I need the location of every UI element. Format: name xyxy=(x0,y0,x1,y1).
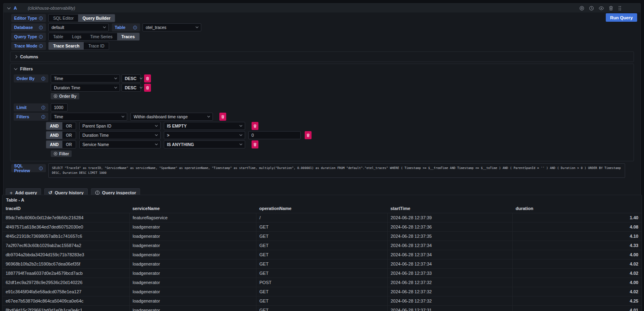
operation-name-cell: GET xyxy=(256,268,387,278)
trash-icon xyxy=(253,124,257,128)
order-by-row: Order By Time DESC xyxy=(14,74,630,82)
delete-query-trash-icon[interactable] xyxy=(609,6,613,11)
table-panel: Table - A traceID serviceName operationN… xyxy=(2,195,642,311)
trace-id-link[interactable]: 62df1ec9a29728c9e29536c20d140226 xyxy=(2,278,129,287)
remove-filter-button[interactable] xyxy=(252,122,258,130)
remove-filter-button[interactable] xyxy=(219,113,226,121)
disable-query-icon[interactable] xyxy=(579,6,584,11)
info-icon[interactable] xyxy=(133,25,137,30)
query-type-option-logs[interactable]: Logs xyxy=(68,33,86,40)
trace-id-link[interactable]: 1887794f7eaa6037d0e2a4579bcd7acb xyxy=(2,268,129,278)
info-icon[interactable] xyxy=(41,105,45,110)
editor-type-option-sql-editor[interactable]: SQL Editor xyxy=(49,14,78,22)
trace-mode-option-trace-search[interactable]: Trace Search xyxy=(49,42,84,49)
query-type-option-traces[interactable]: Traces xyxy=(117,33,139,40)
add-order-by-button[interactable]: Order By xyxy=(51,93,79,99)
or-option[interactable]: OR xyxy=(62,132,76,139)
remove-order-by-button[interactable] xyxy=(144,74,151,82)
trace-id-link[interactable]: 4f45c21918c73698057a8b1c741657c6 xyxy=(2,231,129,241)
chevron-down-icon xyxy=(196,25,198,28)
table-select[interactable]: otel_traces xyxy=(142,23,201,31)
filters-section-header[interactable]: Filters xyxy=(10,64,634,74)
info-icon[interactable] xyxy=(39,25,43,30)
trace-id-link[interactable]: e91c3645f04fa5e58adcd0758e1ea127 xyxy=(2,287,129,296)
trash-icon xyxy=(253,142,257,147)
query-type-option-time-series[interactable]: Time Series xyxy=(86,33,117,40)
trash-icon xyxy=(146,86,149,90)
filter-operator-select[interactable]: IS ANYTHING xyxy=(164,140,245,148)
order-by-field-select[interactable]: Duration Time xyxy=(51,84,120,92)
duration-cell: 4.00 xyxy=(512,250,642,259)
column-header-traceid[interactable]: traceID xyxy=(2,204,129,213)
info-icon[interactable] xyxy=(39,44,43,48)
info-icon[interactable] xyxy=(41,76,45,81)
panel-title[interactable]: Table - A xyxy=(2,195,642,204)
column-header-servicename[interactable]: serviceName xyxy=(129,204,256,213)
and-option[interactable]: AND xyxy=(46,132,62,139)
query-type-row: Query Type Table Logs Time Series Traces xyxy=(11,33,637,41)
trace-id-link[interactable]: 4f497571a618e364ed7ded60752030e0 xyxy=(2,222,129,231)
filter-field-select[interactable]: Time xyxy=(51,113,127,121)
editor-type-option-query-builder[interactable]: Query Builder xyxy=(78,14,115,22)
duration-cell: 4.02 xyxy=(512,268,642,278)
remove-filter-button[interactable] xyxy=(305,131,312,139)
remove-filter-button[interactable] xyxy=(252,140,258,148)
table-header-row: traceID serviceName operationName startT… xyxy=(2,204,642,213)
and-option[interactable]: AND xyxy=(46,122,62,130)
column-header-starttime[interactable]: startTime xyxy=(387,204,512,213)
columns-section-header[interactable]: Columns xyxy=(10,52,634,62)
filter-operator-select[interactable]: IS EMPTY xyxy=(164,122,245,130)
start-time-cell: 2024-06-28 12:37:34 xyxy=(387,259,512,268)
filter-value-input[interactable]: 0 xyxy=(248,131,301,139)
query-type-toggle: Table Logs Time Series Traces xyxy=(48,33,140,41)
info-icon[interactable] xyxy=(39,16,43,21)
add-filter-button[interactable]: Filter xyxy=(51,150,72,157)
service-name-cell: loadgenerator xyxy=(129,250,256,259)
run-query-button[interactable]: Run Query xyxy=(606,13,637,22)
trace-id-link[interactable]: 89dc7e8c6060c0d12de7e9b50c216284 xyxy=(2,213,129,222)
filter-field-select[interactable]: Duration Time xyxy=(79,131,161,139)
trace-id-link[interactable]: 7a2f07ecf63c60b1029ab2ac155874a2 xyxy=(2,241,129,250)
info-icon[interactable] xyxy=(41,115,45,119)
order-by-field-select[interactable]: Time xyxy=(51,74,120,82)
trace-mode-option-trace-id[interactable]: Trace ID xyxy=(84,42,109,49)
filter-field-select[interactable]: Parent Span ID xyxy=(79,122,161,130)
trace-id-link[interactable]: e67ee7b53870d4c864ca50409ca0e64c xyxy=(2,296,129,305)
trace-id-link[interactable]: 96968b10fa2b2c1590bc67dea06ef35f xyxy=(2,259,129,268)
filter-operator-select[interactable]: > xyxy=(164,131,245,139)
limit-input[interactable]: 1000 xyxy=(51,103,68,111)
column-header-operationname[interactable]: operationName xyxy=(256,204,387,213)
service-name-cell: loadgenerator xyxy=(129,231,256,241)
editor-type-toggle: SQL Editor Query Builder xyxy=(48,14,115,22)
filter-operator-select[interactable]: Within dashboard time range xyxy=(130,113,213,121)
trace-id-link[interactable]: 8bd04d15c7f29661bd0d1e0b1ca0e4c1 xyxy=(2,305,129,311)
query-type-option-table[interactable]: Table xyxy=(49,33,68,40)
and-option[interactable]: AND xyxy=(46,141,62,148)
or-option[interactable]: OR xyxy=(62,122,76,130)
remove-order-by-button[interactable] xyxy=(144,84,151,92)
query-history-icon[interactable] xyxy=(589,6,594,11)
database-select[interactable]: default xyxy=(48,23,109,31)
service-name-cell: loadgenerator xyxy=(129,259,256,268)
chevron-down-icon xyxy=(239,124,242,127)
info-icon[interactable] xyxy=(39,35,43,39)
order-by-direction-select[interactable]: DESC xyxy=(122,74,141,82)
hide-query-eye-icon[interactable] xyxy=(599,6,604,11)
order-by-label: Order By xyxy=(14,74,48,82)
order-by-direction-select[interactable]: DESC xyxy=(122,84,141,92)
or-option[interactable]: OR xyxy=(62,141,76,148)
trace-id-link[interactable]: db9704a2bbda34204d159c71b78283e3 xyxy=(2,250,129,259)
filter-time-row: Filters Time Within dashboard time range xyxy=(14,113,630,121)
info-icon[interactable] xyxy=(39,166,43,171)
chevron-down-icon xyxy=(239,133,242,136)
table-row: e91c3645f04fa5e58adcd0758e1ea127 loadgen… xyxy=(2,287,642,296)
query-row-header[interactable]: A (clickhouse-observability) xyxy=(4,4,640,12)
column-header-duration[interactable]: duration xyxy=(512,204,642,213)
filter-field-select[interactable]: Service Name xyxy=(79,140,161,148)
collapse-query-icon[interactable] xyxy=(7,6,10,9)
datasource-name: (clickhouse-observability) xyxy=(28,6,75,10)
operation-name-cell: POST xyxy=(256,278,387,287)
query-editor-card: A (clickhouse-observability) Run Query E… xyxy=(3,3,641,201)
drag-handle-icon[interactable] xyxy=(618,6,622,11)
operation-name-cell: GET xyxy=(256,259,387,268)
